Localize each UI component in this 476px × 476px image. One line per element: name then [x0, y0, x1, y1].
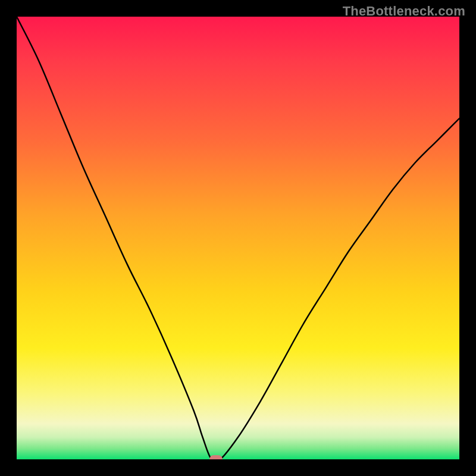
plot-area — [17, 17, 459, 459]
bottleneck-curve-path — [17, 17, 459, 459]
bottleneck-chart: TheBottleneck.com — [0, 0, 476, 476]
curve-layer — [17, 17, 459, 459]
optimal-point-marker — [209, 455, 223, 459]
